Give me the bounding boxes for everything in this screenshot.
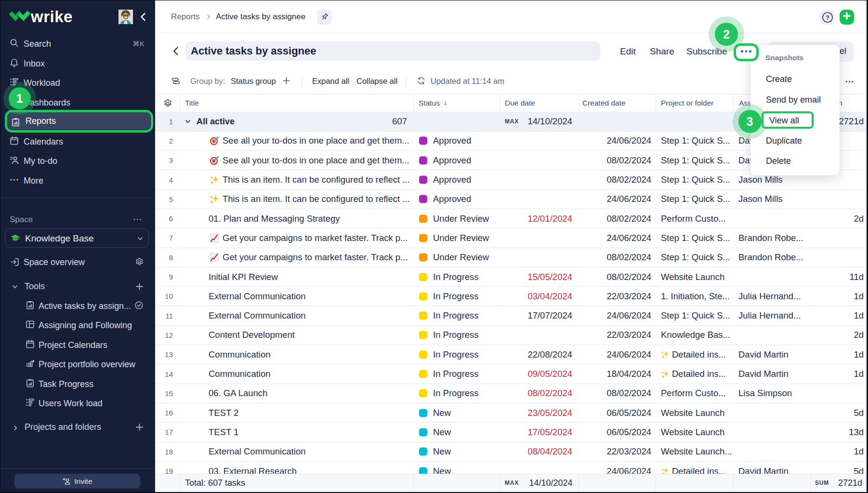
svg-text:?: ?	[826, 13, 829, 21]
